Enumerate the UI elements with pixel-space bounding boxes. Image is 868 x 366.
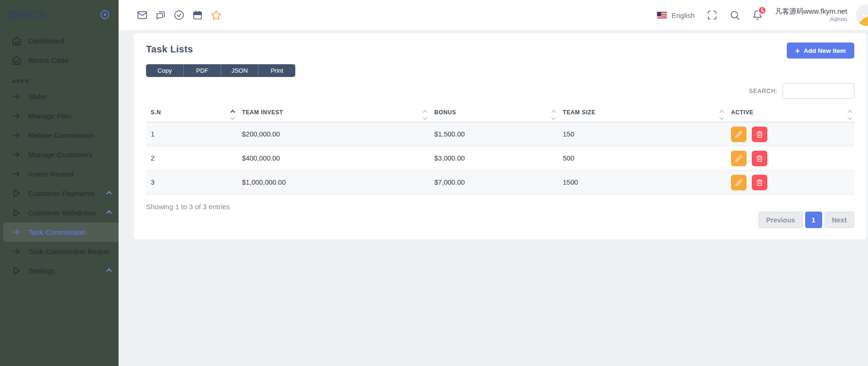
search-label: SEARCH: <box>749 88 778 94</box>
sidebar-item-customer-payments[interactable]: Customer Payments <box>0 184 119 203</box>
arrow-right-icon <box>12 111 21 121</box>
sidebar-item-label: Manage Plan <box>28 112 71 120</box>
sidebar-item-label: Bonus Code <box>28 56 69 65</box>
home-icon <box>12 56 21 65</box>
us-flag-icon <box>657 12 667 18</box>
check-circle-icon[interactable] <box>174 10 184 20</box>
cell-bonus: $7,000.00 <box>430 170 558 195</box>
pagination-previous[interactable]: Previous <box>758 212 802 228</box>
add-new-item-button[interactable]: + Add New Item <box>787 43 854 59</box>
pagination-page-1[interactable]: 1 <box>805 212 822 228</box>
sidebar-section-apps: APPS <box>0 78 119 84</box>
copy-button[interactable]: Copy <box>146 64 183 77</box>
user-menu[interactable]: 凡客源码www.fkym.net Admin <box>775 7 847 24</box>
column-header-team-invest[interactable]: TEAM INVEST <box>237 106 430 122</box>
json-button[interactable]: JSON <box>221 64 258 77</box>
sort-icons <box>231 111 234 119</box>
chevron-up-icon <box>106 210 112 215</box>
sidebar-item-task-commission-request[interactable]: Task Commission Request <box>0 242 119 261</box>
play-icon <box>12 189 21 198</box>
column-header-team-size[interactable]: TEAM SIZE <box>558 106 726 122</box>
table-search-row: SEARCH: <box>146 83 854 99</box>
user-role: Admin <box>775 16 847 23</box>
play-icon <box>12 208 21 218</box>
cell-team-invest: $200,000.00 <box>237 122 430 146</box>
arrow-right-icon <box>12 170 21 179</box>
sidebar-item-invest-record[interactable]: Invest Record <box>0 164 119 184</box>
sidebar-toggle-icon[interactable] <box>100 9 110 20</box>
notifications-button[interactable]: 5 <box>752 10 763 20</box>
sidebar-item-label: Task Commission <box>28 228 86 237</box>
cell-team-size: 1500 <box>558 170 726 195</box>
cell-team-size: 150 <box>558 122 726 146</box>
pagination: Previous 1 Next <box>758 212 854 228</box>
sort-icons <box>720 111 723 119</box>
table-row: 3 $1,000,000.00 $7,000.00 1500 <box>146 170 854 195</box>
cell-team-invest: $1,000,000.00 <box>237 170 430 195</box>
language-label: English <box>671 11 695 19</box>
print-button[interactable]: Print <box>258 64 295 77</box>
brand-logo: BRICS <box>8 8 45 22</box>
cell-sn: 3 <box>146 170 237 195</box>
chevron-up-icon <box>106 268 112 273</box>
cell-bonus: $3,000.00 <box>430 146 558 170</box>
calendar-icon[interactable] <box>192 10 203 20</box>
trash-icon <box>756 179 763 186</box>
mail-icon[interactable] <box>137 10 147 20</box>
cell-actions <box>726 146 854 170</box>
play-icon <box>12 266 21 276</box>
sidebar-item-settings[interactable]: Settings <box>0 261 119 281</box>
sidebar-item-slider[interactable]: Slider <box>0 87 119 106</box>
page-title: Task Lists <box>146 43 193 55</box>
arrow-right-icon <box>12 92 21 102</box>
pencil-icon <box>735 179 742 186</box>
sidebar-logo-bar: BRICS <box>0 0 119 29</box>
arrow-right-icon <box>12 131 21 140</box>
edit-button[interactable] <box>731 151 747 166</box>
cell-sn: 2 <box>146 146 237 170</box>
task-lists-card: Task Lists + Add New Item Copy PDF JSON … <box>134 33 867 239</box>
column-header-sn[interactable]: S.N <box>146 106 237 122</box>
avatar[interactable] <box>856 4 868 26</box>
sidebar-item-label: Rebate Commission <box>28 131 95 140</box>
sidebar-item-customer-withdraws[interactable]: Customer Withdraws <box>0 203 119 222</box>
chat-icon[interactable] <box>155 10 166 20</box>
table-row: 2 $400,000.00 $3,000.00 500 <box>146 146 854 170</box>
sidebar-item-label: Customer Withdraws <box>28 209 96 217</box>
cell-team-invest: $400,000.00 <box>237 146 430 170</box>
pdf-button[interactable]: PDF <box>183 64 221 77</box>
search-icon[interactable] <box>730 10 740 20</box>
delete-button[interactable] <box>752 151 767 166</box>
top-header: English 5 凡客源码www.fkym.net Admin <box>119 0 868 30</box>
sidebar-item-rebate-commission[interactable]: Rebate Commission <box>0 126 119 145</box>
pagination-next[interactable]: Next <box>825 212 854 228</box>
sidebar-item-task-commission[interactable]: Task Commission <box>3 222 119 242</box>
sidebar-item-bonus-code[interactable]: Bonus Code <box>0 51 119 70</box>
column-header-active[interactable]: ACTIVE <box>726 106 854 122</box>
cell-sn: 1 <box>146 122 237 146</box>
sidebar-item-manage-customers[interactable]: Manage Customers <box>0 145 119 164</box>
delete-button[interactable] <box>752 127 767 142</box>
star-icon[interactable] <box>211 10 221 20</box>
sidebar-item-manage-plan[interactable]: Manage Plan <box>0 106 119 126</box>
sidebar-item-label: Invest Record <box>28 170 74 179</box>
plus-icon: + <box>795 47 800 55</box>
edit-button[interactable] <box>731 175 747 190</box>
cell-team-size: 500 <box>558 146 726 170</box>
cell-actions <box>726 170 854 195</box>
edit-button[interactable] <box>731 127 747 142</box>
sidebar-item-dashboard[interactable]: Dashboard <box>0 31 119 51</box>
pencil-icon <box>735 155 742 162</box>
sort-icons <box>552 111 555 119</box>
fullscreen-icon[interactable] <box>707 10 717 20</box>
language-selector[interactable]: English <box>657 11 695 19</box>
column-header-bonus[interactable]: BONUS <box>430 106 558 122</box>
cell-bonus: $1,500.00 <box>430 122 558 146</box>
delete-button[interactable] <box>752 175 767 190</box>
notification-badge: 5 <box>758 6 766 15</box>
arrow-right-icon <box>12 247 21 256</box>
header-right-group: English 5 凡客源码www.fkym.net Admin <box>657 4 868 26</box>
sidebar-item-label: Customer Payments <box>28 189 95 198</box>
table-search-input[interactable] <box>782 83 854 99</box>
entries-summary: Showing 1 to 3 of 3 entries <box>146 203 230 211</box>
